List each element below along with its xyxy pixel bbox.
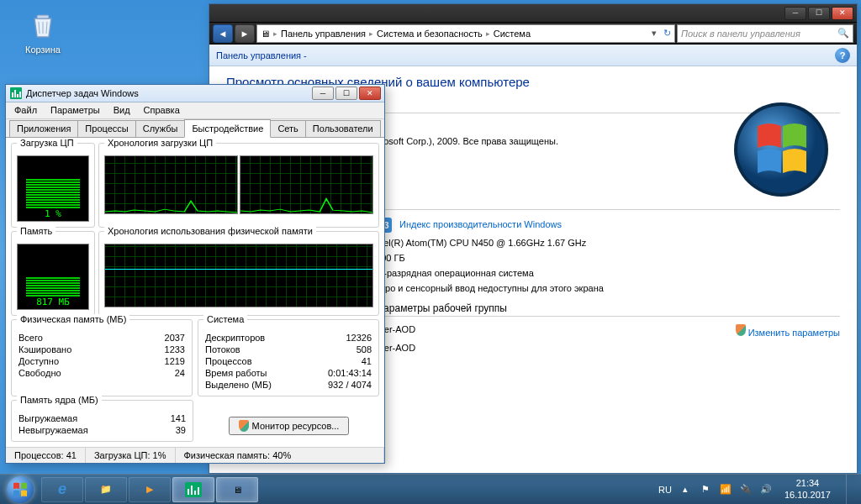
value-ram: 2,00 ГБ (373, 253, 840, 263)
clock-date: 16.10.2017 (784, 490, 831, 501)
computer-icon: 🖥 (261, 29, 270, 39)
breadcrumb-item[interactable]: Панель управления (281, 29, 366, 39)
task-manager-window: Диспетчер задач Windows ─ ☐ ✕ Файл Парам… (5, 84, 385, 464)
start-button[interactable] (0, 475, 40, 505)
cp-home-link[interactable]: Панель управления - (216, 50, 307, 60)
search-input[interactable]: Поиск в панели управления 🔍 (677, 24, 853, 43)
svg-rect-9 (188, 489, 189, 495)
memory-mb: 817 МБ (19, 297, 87, 307)
window-controls: ─ ☐ ✕ (784, 7, 853, 20)
desktop-icon-label: Корзина (25, 45, 61, 55)
shield-icon (736, 324, 746, 336)
media-player-icon: ▶ (146, 484, 153, 495)
ie-icon: e (58, 480, 66, 498)
taskbar: e 📁 ▶ 🖥 RU ▴ ⚑ 📶 🔌 🔊 21:34 16.10.2017 (0, 474, 861, 504)
folder-icon: 📁 (100, 484, 112, 495)
windows-orb-icon (7, 476, 34, 503)
value-cpu: Intel(R) Atom(TM) CPU N450 @ 1.66GHz 1.6… (373, 238, 840, 248)
desktop-icon-recycle-bin[interactable]: Корзина (13, 8, 72, 55)
svg-rect-7 (19, 92, 21, 97)
cpu-history-graph: Хронология загрузки ЦП (98, 143, 379, 228)
resource-monitor-button[interactable]: Монитор ресурсов... (229, 417, 350, 435)
chevron-down-icon[interactable]: ▾ (652, 28, 657, 39)
cpu-graph-core0 (104, 155, 238, 214)
tab-users[interactable]: Пользователи (305, 120, 381, 137)
tab-performance[interactable]: Быстродействие (184, 119, 271, 138)
taskbar-item-media[interactable]: ▶ (129, 477, 171, 502)
cpu-graph-core1 (240, 155, 373, 214)
menu-help[interactable]: Справка (137, 103, 187, 117)
menu-options[interactable]: Параметры (44, 103, 107, 117)
computer-icon: 🖥 (233, 485, 242, 495)
value-pen: Перо и сенсорный ввод недоступны для это… (373, 283, 840, 293)
maximize-button[interactable]: ☐ (808, 7, 830, 20)
taskbar-item-ie[interactable]: e (41, 477, 83, 502)
svg-rect-0 (37, 15, 49, 18)
cpu-percent: 1 % (19, 208, 87, 219)
svg-rect-4 (12, 92, 13, 97)
svg-rect-11 (194, 491, 196, 495)
taskbar-item-taskmgr[interactable] (172, 477, 214, 502)
search-placeholder: Поиск в панели управления (681, 29, 800, 39)
nav-toolbar: ◄ ► 🖥▸ Панель управления▸ Система и безо… (209, 23, 857, 45)
status-bar: Процессов: 41 Загрузка ЦП: 1% Физическая… (6, 447, 384, 463)
close-button[interactable]: ✕ (832, 7, 853, 20)
refresh-icon[interactable]: ↻ (663, 28, 671, 39)
status-processes: Процессов: 41 (6, 448, 86, 463)
battery-icon[interactable]: 🔌 (739, 483, 753, 496)
nav-back-button[interactable]: ◄ (213, 24, 233, 43)
value-type: 64-разрядная операционная система (373, 268, 840, 278)
menu-bar: Файл Параметры Вид Справка (6, 102, 384, 118)
tray-chevron-icon[interactable]: ▴ (679, 483, 692, 496)
task-manager-icon (185, 482, 202, 497)
language-indicator[interactable]: RU (658, 485, 672, 495)
tab-applications[interactable]: Приложения (9, 120, 78, 137)
network-icon[interactable]: 📶 (719, 483, 732, 496)
windows-logo-icon (731, 99, 832, 200)
titlebar[interactable]: ─ ☐ ✕ (209, 4, 857, 23)
search-icon: 🔍 (837, 28, 849, 39)
action-center-icon[interactable]: ⚑ (699, 483, 712, 496)
breadcrumb-item[interactable]: Система (494, 29, 531, 39)
status-memory: Физическая память: 40% (176, 448, 385, 463)
svg-rect-6 (17, 94, 18, 97)
tab-networking[interactable]: Сеть (270, 120, 305, 137)
menu-view[interactable]: Вид (107, 103, 137, 117)
window-controls: ─ ☐ ✕ (312, 87, 381, 100)
clock-time: 21:34 (784, 478, 831, 489)
svg-point-2 (737, 106, 825, 193)
titlebar[interactable]: Диспетчер задач Windows ─ ☐ ✕ (6, 85, 384, 102)
close-button[interactable]: ✕ (359, 87, 381, 100)
svg-rect-12 (198, 487, 199, 495)
wei-link[interactable]: Индекс производительности Windows (399, 219, 562, 229)
memory-graph (104, 244, 373, 307)
resource-monitor-area: Монитор ресурсов... (198, 400, 379, 442)
shield-icon (239, 420, 249, 432)
taskbar-item-explorer[interactable]: 📁 (85, 477, 127, 502)
command-bar: Панель управления - ? (209, 45, 857, 66)
help-icon[interactable]: ? (835, 48, 850, 63)
minimize-button[interactable]: ─ (312, 87, 334, 100)
value-fullname: Acer-AOD (373, 343, 840, 353)
change-settings-link[interactable]: Изменить параметры (736, 324, 840, 338)
performance-panel: Загрузка ЦП 1 % Хронология загрузки ЦП П… (6, 138, 384, 447)
clock[interactable]: 21:34 16.10.2017 (779, 478, 836, 500)
taskbar-item-control-panel[interactable]: 🖥 (216, 477, 258, 502)
menu-file[interactable]: Файл (8, 103, 44, 117)
tab-strip: Приложения Процессы Службы Быстродействи… (6, 119, 384, 138)
breadcrumb[interactable]: 🖥▸ Панель управления▸ Система и безопасн… (256, 24, 675, 43)
maximize-button[interactable]: ☐ (335, 87, 357, 100)
recycle-bin-icon (26, 8, 60, 42)
svg-rect-10 (191, 486, 193, 495)
tab-processes[interactable]: Процессы (77, 120, 135, 137)
show-desktop-button[interactable] (846, 475, 856, 505)
memory-history-graph: Хронология использования физической памя… (98, 231, 379, 316)
tab-services[interactable]: Службы (135, 120, 186, 137)
system-tray: RU ▴ ⚑ 📶 🔌 🔊 21:34 16.10.2017 (658, 475, 856, 505)
svg-rect-5 (14, 90, 16, 97)
nav-forward-button[interactable]: ► (235, 24, 255, 43)
breadcrumb-item[interactable]: Система и безопасность (377, 29, 483, 39)
minimize-button[interactable]: ─ (784, 7, 806, 20)
volume-icon[interactable]: 🔊 (759, 483, 773, 496)
kernel-memory-group: Память ядра (МБ) Выгружаемая141 Невыгруж… (11, 400, 193, 442)
